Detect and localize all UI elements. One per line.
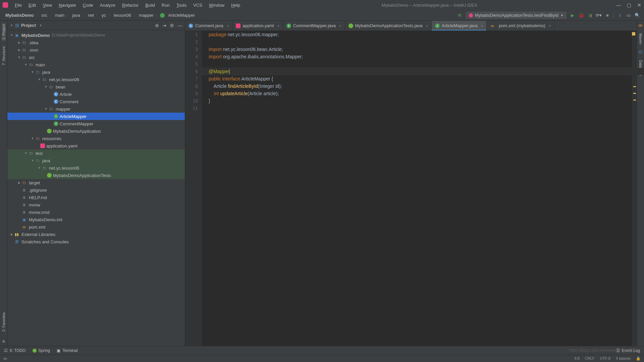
stop-icon[interactable]: ■	[605, 13, 610, 18]
close-icon[interactable]: ×	[426, 24, 428, 28]
crumb-lesson[interactable]: lesson06	[112, 13, 132, 18]
tree-resources[interactable]: ▼🗀resources	[7, 135, 185, 142]
menu-build[interactable]: Build	[143, 2, 158, 8]
warning-marker[interactable]	[633, 100, 636, 101]
tree-test-class[interactable]: MybatisDemoApplicationTests	[7, 172, 185, 179]
tab-tests[interactable]: MybatisDemoApplicationTests.java×	[345, 21, 432, 31]
status-line-sep[interactable]: CRLF	[585, 356, 595, 361]
tree-external-libs[interactable]: ▶▮▮External Libraries	[7, 231, 185, 238]
run-configuration-selector[interactable]: MybatisDemoApplicationTests.testFindById…	[466, 12, 567, 19]
tree-test-pkg[interactable]: ▼🗀net.yc.lesson06	[7, 164, 185, 172]
tree-src[interactable]: ▼🗀src	[7, 54, 185, 61]
search-everywhere-icon[interactable]: 🔍	[635, 13, 640, 18]
menu-window[interactable]: Window	[206, 2, 227, 8]
crumb-main[interactable]: main	[54, 13, 66, 18]
code-area[interactable]: package net.yc.lesson06.mapper; import n…	[202, 31, 632, 346]
tree-help[interactable]: 🗎HELP.md	[7, 194, 185, 201]
crumb-net[interactable]: net	[87, 13, 95, 18]
crumb-class[interactable]: ArticleMapper	[167, 13, 196, 18]
debug-icon[interactable]: 🐞	[579, 13, 584, 18]
editor[interactable]: 1 2 3 4 5 6 7 8 9 10 11 package net.yc.l…	[185, 31, 637, 346]
tool-structure[interactable]: 7: Structure	[2, 45, 6, 67]
error-stripe[interactable]	[632, 31, 637, 346]
tree-package[interactable]: ▼🗀net.yc.lesson06	[7, 76, 185, 83]
tree-mvnwcmd[interactable]: 🗎mvnw.cmd	[7, 208, 185, 216]
collapse-icon[interactable]: ⇥	[162, 23, 166, 28]
menu-analyze[interactable]: Analyze	[97, 2, 118, 8]
settings-icon[interactable]: ⚙	[170, 23, 174, 28]
profile-icon[interactable]: ⟳▾	[596, 13, 601, 18]
coverage-icon[interactable]: ◑	[587, 13, 593, 18]
tree-test[interactable]: ▼🗀test	[7, 149, 185, 157]
status-indent[interactable]: 4 spaces	[616, 356, 631, 361]
tree-pom[interactable]: mpom.xml	[7, 223, 185, 231]
tree-gitignore[interactable]: 🗎.gitignore	[7, 186, 185, 194]
menu-tools[interactable]: Tools	[174, 2, 189, 8]
build-icon[interactable]: ⚒	[457, 12, 463, 19]
tab-comment[interactable]: CComment.java×	[185, 21, 232, 31]
menu-view[interactable]: View	[40, 2, 55, 8]
menu-refactor[interactable]: Refactor	[119, 2, 141, 8]
ide-settings-icon[interactable]: ▭	[626, 13, 631, 18]
tree-article[interactable]: C Article	[7, 90, 185, 98]
tree-idea[interactable]: ▶🗀.idea	[7, 39, 185, 46]
locate-icon[interactable]: ⊕	[155, 23, 159, 28]
crumb-java[interactable]: java	[71, 13, 82, 18]
menu-navigate[interactable]: Navigate	[56, 2, 78, 8]
lock-icon[interactable]: 🔒	[636, 356, 641, 361]
tool-event-log[interactable]: ☰Event Log	[616, 348, 640, 353]
tab-pom[interactable]: mpom.xml (mybatisdemo)×	[487, 21, 554, 31]
close-icon[interactable]: ×	[481, 24, 483, 28]
menu-run[interactable]: Run	[159, 2, 172, 8]
menu-edit[interactable]: Edit	[26, 2, 39, 8]
menu-code[interactable]: Code	[80, 2, 96, 8]
tree-iml[interactable]: ▣MybatisDemo.iml	[7, 216, 185, 223]
tab-article-mapper[interactable]: IArticleMapper.java×	[432, 21, 487, 31]
tree-mvnw[interactable]: 🗎mvnw	[7, 201, 185, 208]
tool-todo[interactable]: ☑6: TODO	[4, 348, 26, 353]
tree-test-java[interactable]: ▼🗀java	[7, 157, 185, 164]
tool-terminal[interactable]: ▣Terminal	[57, 348, 77, 353]
chevron-down-icon[interactable]: ▼	[39, 24, 42, 27]
crumb-mapper[interactable]: mapper	[138, 13, 155, 18]
warning-indicator-icon[interactable]	[632, 32, 635, 36]
chevron-down-icon[interactable]: ▼	[10, 24, 13, 27]
tree-bean[interactable]: ▼🗀bean	[7, 83, 185, 90]
tool-project[interactable]: 1: Project	[2, 23, 6, 41]
crumb-src[interactable]: src	[40, 13, 49, 18]
tool-maven[interactable]: Maven	[639, 32, 643, 46]
tree-article-mapper[interactable]: I ArticleMapper	[7, 113, 185, 120]
close-icon[interactable]: ×	[549, 24, 551, 28]
hide-icon[interactable]: —	[177, 23, 182, 28]
menu-file[interactable]: File	[12, 2, 24, 8]
tree-java[interactable]: ▼🗀java	[7, 68, 185, 76]
warning-marker[interactable]	[633, 86, 636, 87]
tree-scratches[interactable]: 🗐Scratches and Consoles	[7, 238, 185, 245]
tree-app-class[interactable]: MybatisDemoApplication	[7, 127, 185, 135]
tree-mvn[interactable]: ▶🗀.mvn	[7, 46, 185, 54]
tree-target[interactable]: ▶🗀target	[7, 179, 185, 186]
status-encoding[interactable]: UTF-8	[600, 356, 610, 361]
tree-comment-mapper[interactable]: I CommentMapper	[7, 120, 185, 127]
close-icon[interactable]: ✕	[637, 2, 641, 8]
maximize-icon[interactable]: ▢	[627, 2, 631, 8]
tree-mapper[interactable]: ▼🗀mapper	[7, 105, 185, 113]
warning-marker[interactable]	[633, 93, 636, 94]
tab-yaml[interactable]: application.yaml×	[232, 21, 283, 31]
status-position[interactable]: 6:8	[575, 356, 580, 361]
tab-comment-mapper[interactable]: ICommentMapper.java×	[283, 21, 345, 31]
status-menu-icon[interactable]: ▭	[3, 356, 7, 361]
menu-help[interactable]: Help	[228, 2, 243, 8]
tree-comment[interactable]: C Comment	[7, 98, 185, 105]
close-icon[interactable]: ×	[339, 24, 341, 28]
close-icon[interactable]: ×	[277, 24, 279, 28]
project-tree[interactable]: ▼▣MybatisDemoD:\IdeaProjects\MybatisDemo…	[7, 30, 185, 346]
close-icon[interactable]: ×	[227, 24, 229, 28]
menu-vcs[interactable]: VCS	[191, 2, 205, 8]
tool-favorites[interactable]: 2: Favorites	[2, 311, 6, 333]
tree-yaml[interactable]: application.yaml	[7, 142, 185, 149]
crumb-yc[interactable]: yc	[100, 13, 107, 18]
run-icon[interactable]: ▶	[570, 13, 575, 18]
minimize-icon[interactable]: —	[616, 2, 621, 8]
crumb-project[interactable]: MybatisDemo	[4, 13, 35, 18]
